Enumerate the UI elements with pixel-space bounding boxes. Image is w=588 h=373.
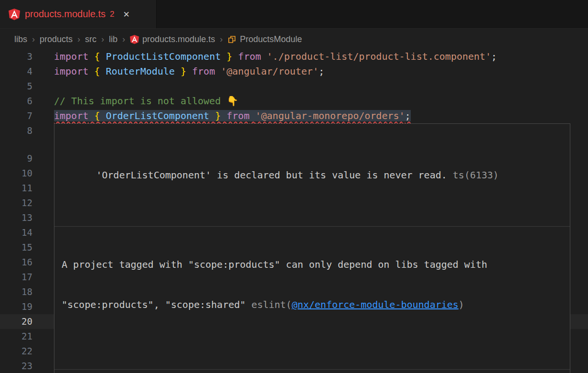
editor[interactable]: 3import { ProductListComponent } from '.… xyxy=(0,49,588,373)
token: ProductListComponent xyxy=(106,51,221,62)
line-number[interactable]: 8 xyxy=(0,123,32,138)
breadcrumb-label: ProductsModule xyxy=(240,34,302,44)
angular-icon xyxy=(130,35,139,44)
token: './product-list/product-list.component' xyxy=(267,51,492,62)
diagnostic-message-line: "scope:products", "scope:shared" eslint(… xyxy=(62,298,563,311)
code-line-7[interactable]: 7import { OrderListComponent } from '@an… xyxy=(0,109,588,123)
chevron-right-icon: › xyxy=(101,34,104,44)
error-squiggle-region: import { OrderListComponent } from '@ang… xyxy=(54,110,411,121)
diagnostic-source: ts(6133) xyxy=(447,169,499,181)
breadcrumb-item-lib[interactable]: lib xyxy=(109,34,118,44)
token xyxy=(261,51,267,62)
line-number[interactable]: 7 xyxy=(0,109,32,123)
token: RouterModule xyxy=(106,66,175,77)
token: } xyxy=(215,110,221,121)
line-number[interactable]: 21 xyxy=(0,329,32,344)
token: import xyxy=(54,66,88,77)
line-number[interactable]: 16 xyxy=(0,255,32,270)
code-text: // This import is not allowed 👇 xyxy=(54,94,238,109)
line-number[interactable]: 17 xyxy=(0,270,32,285)
token: '@angular/router' xyxy=(221,66,319,77)
breadcrumb-label: libs xyxy=(14,34,27,44)
class-symbol-icon xyxy=(227,35,236,44)
diagnostic-source: ) xyxy=(459,299,464,310)
diagnostic-message-line: A project tagged with "scope:products" c… xyxy=(62,258,563,271)
line-number[interactable]: 13 xyxy=(0,210,32,225)
line-number[interactable]: 10 xyxy=(0,166,32,181)
line-number[interactable]: 22 xyxy=(0,344,32,359)
module-path-block: module"/Users/isaac/Documents/code/nx-re… xyxy=(54,369,570,373)
breadcrumb-item-symbol[interactable]: ProductsModule xyxy=(227,34,302,44)
token: { xyxy=(94,66,100,77)
token: { xyxy=(94,110,100,121)
token xyxy=(88,110,94,121)
breadcrumb-label: products.module.ts xyxy=(142,34,215,44)
breadcrumb-item-file[interactable]: products.module.ts xyxy=(130,34,215,44)
token xyxy=(221,51,226,62)
token xyxy=(100,66,106,77)
chevron-right-icon: › xyxy=(122,34,125,44)
token: import xyxy=(54,110,88,121)
code-text: import { OrderListComponent } from '@ang… xyxy=(54,109,411,123)
angular-icon xyxy=(9,9,20,20)
breadcrumb-label: lib xyxy=(109,34,118,44)
line-number[interactable]: 5 xyxy=(0,79,32,94)
token xyxy=(232,51,238,62)
line-number[interactable]: 14 xyxy=(0,225,32,240)
line-number[interactable]: 20 xyxy=(0,314,32,329)
token: { xyxy=(94,51,100,62)
breadcrumb: libs › products › src › lib › products.m… xyxy=(0,29,588,49)
token xyxy=(215,66,221,77)
breadcrumb-item-src[interactable]: src xyxy=(85,34,96,44)
chevron-right-icon: › xyxy=(32,34,35,44)
line-number[interactable]: 4 xyxy=(0,64,32,79)
line-number[interactable]: 19 xyxy=(0,299,32,314)
code-line-6[interactable]: 6// This import is not allowed 👇 xyxy=(0,94,588,109)
token: // This import is not allowed 👇 xyxy=(54,95,238,107)
tab-bar: products.module.ts 2 ✕ xyxy=(0,0,588,29)
token xyxy=(100,110,106,121)
line-number[interactable]: 18 xyxy=(0,285,32,299)
token xyxy=(186,66,192,77)
diagnostic-message: 'OrderListComponent' is declared but its… xyxy=(96,169,447,181)
chevron-right-icon: › xyxy=(220,34,223,44)
tab-products-module[interactable]: products.module.ts 2 ✕ xyxy=(0,0,157,28)
token: ; xyxy=(319,66,324,77)
line-number[interactable]: 11 xyxy=(0,181,32,196)
token xyxy=(88,66,94,77)
breadcrumb-label: products xyxy=(40,34,73,44)
code-line-4[interactable]: 4import { RouterModule } from '@angular/… xyxy=(0,64,588,79)
code-text: import { RouterModule } from '@angular/r… xyxy=(54,64,324,79)
chevron-right-icon: › xyxy=(77,34,80,44)
token xyxy=(221,110,226,121)
token: OrderListComponent xyxy=(106,110,209,121)
code-line-5[interactable]: 5 xyxy=(0,79,588,94)
token: from xyxy=(226,110,249,121)
token: } xyxy=(181,66,186,77)
token xyxy=(209,110,215,121)
line-number[interactable]: 23 xyxy=(0,359,32,373)
breadcrumb-item-products[interactable]: products xyxy=(40,34,73,44)
token: } xyxy=(226,51,232,62)
hover-widget: 'OrderListComponent' is declared but its… xyxy=(54,123,570,373)
breadcrumb-item-libs[interactable]: libs xyxy=(14,34,27,44)
line-number[interactable]: 3 xyxy=(0,49,32,64)
close-icon[interactable]: ✕ xyxy=(123,10,129,19)
eslint-rule-link[interactable]: @nx/enforce-module-boundaries xyxy=(292,299,459,310)
token: import xyxy=(54,51,88,62)
token xyxy=(100,51,106,62)
token xyxy=(175,66,181,77)
line-number[interactable]: 12 xyxy=(0,196,32,210)
token: from xyxy=(238,51,261,62)
token xyxy=(88,51,94,62)
line-number[interactable]: 15 xyxy=(0,240,32,255)
line-number[interactable]: 9 xyxy=(0,151,32,166)
code-text: import { ProductListComponent } from './… xyxy=(54,49,497,64)
diagnostic-ts: 'OrderListComponent' is declared but its… xyxy=(54,151,570,199)
tab-problems-badge: 2 xyxy=(110,10,114,19)
token: ; xyxy=(405,110,411,121)
tab-label: products.module.ts xyxy=(25,9,106,20)
code-line-3[interactable]: 3import { ProductListComponent } from '.… xyxy=(0,49,588,64)
line-number[interactable]: 6 xyxy=(0,94,32,109)
diagnostic-eslint: A project tagged with "scope:products" c… xyxy=(54,226,570,342)
